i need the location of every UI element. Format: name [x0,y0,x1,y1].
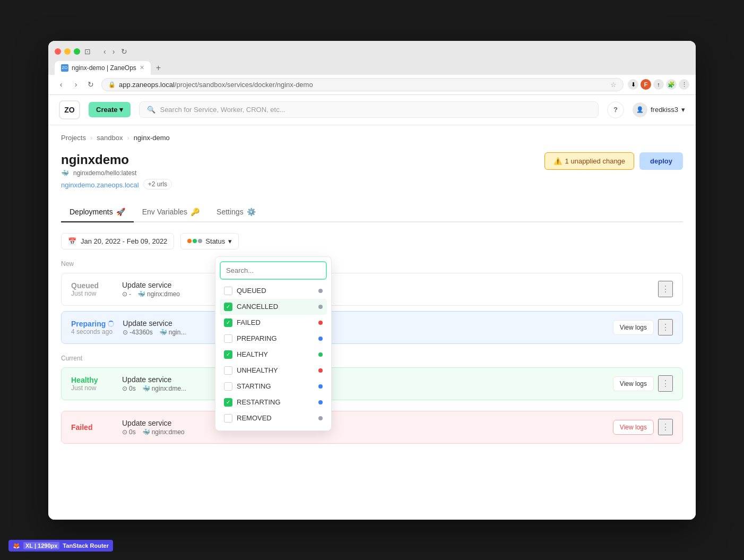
preparing-dot [318,337,323,341]
maximize-button[interactable] [74,48,80,55]
status-item-cancelled[interactable]: ✓ CANCELLED [220,299,327,315]
deployment-group-new: New Queued Just now Update service ⊙ - [61,260,683,344]
page-tabs: Deployments 🚀 Env Variables 🔑 Settings ⚙… [61,202,683,222]
failed-meta-image: 🐳 nginx:dmeo [142,428,185,436]
menu-icon[interactable]: ⋮ [679,79,689,90]
failed-view-logs-button[interactable]: View logs [613,420,654,435]
tab-favicon: ZO [61,64,68,72]
close-button[interactable] [55,48,61,55]
tab-close-button[interactable]: ✕ [140,64,144,71]
status-item-failed[interactable]: ✓ FAILED [220,315,327,331]
queued-label: QUEUED [237,287,314,295]
removed-dot [318,416,323,420]
address-bar: ‹ › ↻ 🔒 app.zaneops.local/project/sandbo… [48,75,696,95]
bookmark-button[interactable]: ☆ [610,81,617,89]
group-label-new: New [61,260,683,268]
extensions-icon[interactable]: 🧩 [666,79,677,90]
service-meta: 🐳 nginxdemo/hello:latest [61,169,172,177]
preparing-view-logs-button[interactable]: View logs [613,320,654,335]
checkbox-healthy[interactable]: ✓ [224,350,232,359]
address-path: /project/sandbox/services/docker/nginx-d… [175,81,313,89]
global-search-bar[interactable]: 🔍 Search for Service, Worker, CRON, etc.… [139,101,599,118]
breadcrumb-sep-1: › [90,134,92,142]
failed-label: FAILED [237,318,314,326]
cancelled-dot [318,305,323,309]
service-url-link[interactable]: nginxdemo.zaneops.local [61,181,139,189]
checkbox-preparing[interactable] [224,334,232,343]
healthy-dep-info: Update service ⊙ 0s 🐳 nginx:dme... [122,375,604,392]
status-filter-dots [187,239,202,243]
timer-icon-3: ⊙ [122,385,127,392]
breadcrumb-sandbox[interactable]: sandbox [97,134,123,142]
user-name: fredkiss3 [651,106,678,114]
dot-orange [187,239,192,243]
preparing-more-button[interactable]: ⋮ [658,319,673,335]
checkbox-queued[interactable] [224,287,232,295]
checkbox-cancelled[interactable]: ✓ [224,303,232,311]
checkbox-unhealthy[interactable] [224,366,232,375]
sidebar-toggle-button[interactable]: ⊡ [84,47,91,56]
checkbox-failed[interactable]: ✓ [224,318,232,327]
status-item-removed[interactable]: REMOVED [220,410,327,426]
back-button[interactable]: ‹ [101,46,108,57]
failed-dep-actions: View logs ⋮ [613,419,673,435]
status-item-restarting[interactable]: ✓ RESTARTING [220,394,327,410]
healthy-more-button[interactable]: ⋮ [658,375,673,392]
new-tab-button[interactable]: + [152,61,165,75]
service-name: nginxdemo [61,152,172,167]
reload-button[interactable]: ↻ [119,46,129,57]
failed-dep-info: Update service ⊙ 0s 🐳 nginx:dmeo [122,419,604,436]
user-menu-button[interactable]: 👤 fredkiss3 ▾ [633,102,685,117]
dev-badge-plugin: TanStack Router [63,542,109,549]
queued-meta: ⊙ - 🐳 nginx:dmeo [122,290,650,298]
queued-action: Update service [122,281,650,289]
forward-button[interactable]: › [110,46,117,57]
tab-env-variables[interactable]: Env Variables 🔑 [134,202,208,222]
status-chevron-icon: ▾ [228,237,232,245]
browser-tab-active[interactable]: ZO nginx-demo | ZaneOps ✕ [55,61,151,75]
status-filter-button[interactable]: Status ▾ [180,233,239,249]
rocket-icon: 🚀 [116,208,125,216]
status-item-starting[interactable]: STARTING [220,378,327,394]
url-badge[interactable]: +2 urls [143,179,172,189]
minimize-button[interactable] [64,48,71,55]
addr-back-button[interactable]: ‹ [55,78,67,91]
docker-dep-icon-2: 🐳 [159,329,167,336]
docker-dep-icon-3: 🐳 [142,385,150,392]
failed-more-button[interactable]: ⋮ [658,419,673,435]
status-filter-label: Status [205,237,225,245]
timer-icon-4: ⊙ [122,428,127,436]
date-range-filter[interactable]: 📅 Jan 20, 2022 - Feb 09, 2022 [61,233,174,249]
healthy-meta-image: 🐳 nginx:dme... [142,385,186,392]
timer-icon-2: ⊙ [123,329,128,336]
unapplied-changes-button[interactable]: ⚠️ 1 unapplied change [544,152,635,170]
status-item-healthy[interactable]: ✓ HEALTHY [220,347,327,363]
checkbox-removed[interactable] [224,414,232,423]
status-dropdown: QUEUED ✓ CANCELLED ✓ FAILED [215,256,332,431]
docker-dep-icon: 🐳 [137,290,145,298]
status-item-unhealthy[interactable]: UNHEALTHY [220,363,327,378]
profile-icon[interactable]: F [641,79,651,90]
address-field[interactable]: 🔒 app.zaneops.local/project/sandbox/serv… [101,78,624,91]
deploy-button[interactable]: deploy [639,152,683,170]
help-button[interactable]: ? [607,101,624,118]
breadcrumb-projects[interactable]: Projects [61,134,86,142]
queued-more-button[interactable]: ⋮ [658,281,673,297]
healthy-dot [318,352,323,357]
download-icon[interactable]: ⬇ [628,79,638,90]
status-search-input[interactable] [220,261,327,280]
status-item-queued[interactable]: QUEUED [220,283,327,299]
create-button[interactable]: Create ▾ [89,102,131,117]
checkbox-restarting[interactable]: ✓ [224,398,232,407]
addr-forward-button[interactable]: › [70,78,82,91]
dep-status-healthy: Healthy Just now [71,376,114,392]
status-item-preparing[interactable]: PREPARING [220,331,327,347]
checkbox-starting[interactable] [224,382,232,391]
share-icon[interactable]: ↑ [653,79,664,90]
tab-settings[interactable]: Settings ⚙️ [208,202,264,222]
preparing-label: PREPARING [237,334,314,342]
deployment-card-queued: Queued Just now Update service ⊙ - 🐳 [61,273,683,306]
healthy-view-logs-button[interactable]: View logs [613,376,654,391]
tab-deployments[interactable]: Deployments 🚀 [61,202,134,222]
addr-reload-button[interactable]: ↻ [84,78,97,91]
